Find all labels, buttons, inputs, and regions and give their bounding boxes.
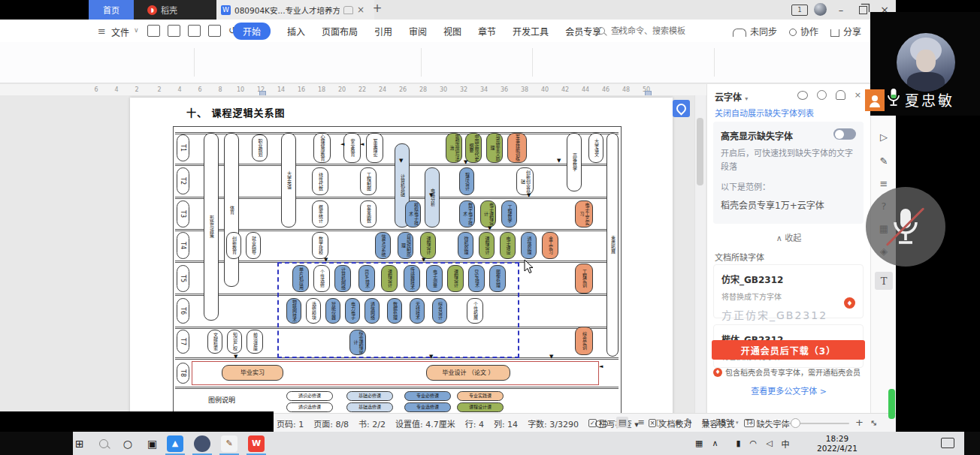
participant-name: 夏忠敏 bbox=[905, 89, 954, 110]
taskbar-app-icon[interactable]: W bbox=[248, 435, 265, 452]
bell-icon[interactable] bbox=[836, 90, 845, 100]
tray-icon[interactable]: ◠ bbox=[750, 438, 758, 448]
tray-icon[interactable]: ∧ bbox=[712, 438, 718, 448]
side-toolbar: ▷✎≡?▦◈T bbox=[870, 113, 897, 432]
status-item[interactable]: 列: 14 bbox=[494, 417, 518, 429]
panel-close-icon[interactable]: × bbox=[854, 90, 861, 100]
view-mode-icon[interactable]: ◫ bbox=[654, 417, 666, 428]
search-input[interactable] bbox=[609, 26, 718, 37]
status-item-label: 页面: 8/8 bbox=[313, 417, 349, 429]
menu-tab[interactable]: 开发工具 bbox=[513, 25, 549, 38]
status-item[interactable]: 书: 2/2 bbox=[358, 417, 386, 429]
side-tool-icon[interactable]: ▷ bbox=[875, 128, 893, 146]
app-glyph: ✎ bbox=[225, 438, 232, 448]
save-icon[interactable] bbox=[147, 25, 160, 37]
hamburger-icon[interactable]: ≡ bbox=[98, 26, 106, 37]
panel-title[interactable]: 云字体 ▾ bbox=[715, 90, 748, 103]
more-fonts-link[interactable]: 查看更多公文字体 > bbox=[707, 384, 870, 396]
share-button[interactable]: 分享 bbox=[830, 25, 861, 38]
zoom-level[interactable]: 75% bbox=[715, 417, 733, 427]
restore-button[interactable] bbox=[854, 2, 871, 17]
collapse-button[interactable]: ∧ 收起 bbox=[707, 231, 870, 243]
menu-tab[interactable]: 视图 bbox=[443, 25, 461, 38]
feedback-bubble-icon[interactable] bbox=[797, 91, 808, 100]
tray-icon[interactable]: 中 bbox=[782, 438, 790, 450]
print-preview-icon[interactable] bbox=[208, 25, 221, 37]
fullscreen-icon[interactable]: ↔ bbox=[868, 417, 880, 429]
tray-icon[interactable]: ▮ bbox=[736, 438, 740, 448]
ink-icon[interactable]: ✎ bbox=[685, 417, 692, 426]
status-item[interactable]: 字数: 3/3290 bbox=[528, 417, 579, 429]
account-avatar[interactable] bbox=[814, 3, 827, 16]
status-item[interactable]: 设置值: 4.7厘米 bbox=[395, 417, 455, 429]
taskbar-app-icon[interactable] bbox=[194, 435, 210, 452]
green-scroll-indicator[interactable] bbox=[888, 389, 895, 419]
menu-tab[interactable]: 审阅 bbox=[409, 25, 427, 38]
minimize-button[interactable]: – bbox=[833, 2, 849, 17]
status-item[interactable]: 页码: 1 bbox=[277, 417, 304, 429]
side-tool-icon[interactable]: T bbox=[875, 272, 893, 290]
flame-icon: ♦ bbox=[713, 368, 722, 377]
side-tool-icon[interactable]: ✎ bbox=[875, 152, 893, 170]
status-item[interactable]: 页面: 8/8 bbox=[313, 417, 349, 429]
document-scrollbar[interactable] bbox=[694, 95, 706, 413]
fit-page-icon[interactable]: ⊡ bbox=[702, 417, 709, 426]
ruler-number: 40 bbox=[541, 86, 549, 93]
highlight-toggle[interactable] bbox=[833, 128, 856, 140]
menu-tab[interactable]: 会员专享 bbox=[565, 25, 601, 38]
zoom-in-button[interactable]: + bbox=[855, 417, 864, 428]
notification-center-icon[interactable] bbox=[941, 438, 954, 448]
writer-doc-icon: W bbox=[221, 5, 231, 15]
tab-home[interactable]: 首页 bbox=[89, 0, 134, 20]
ruler-number: 32 bbox=[460, 86, 467, 93]
ruler-number: 6 bbox=[198, 86, 201, 93]
tray-icon[interactable]: ▦ bbox=[695, 438, 703, 448]
window-switch-icon[interactable]: 1 bbox=[791, 5, 808, 16]
command-search[interactable] bbox=[597, 23, 729, 38]
share-label: 分享 bbox=[843, 25, 861, 38]
start-button[interactable]: ⊞ bbox=[75, 438, 84, 450]
taskbar-app-icon[interactable]: ✎ bbox=[221, 435, 237, 452]
sync-status[interactable]: 未同步 bbox=[733, 25, 777, 38]
zoom-out-button[interactable]: – bbox=[749, 417, 754, 428]
gear-icon[interactable] bbox=[817, 90, 827, 100]
zoom-slider[interactable] bbox=[761, 423, 849, 424]
menu-tab[interactable]: 页面布局 bbox=[322, 25, 358, 38]
divider bbox=[194, 48, 195, 77]
file-menu[interactable]: 文件 bbox=[111, 26, 129, 38]
taskbar-clock[interactable]: 18:29 2022/4/21 bbox=[814, 434, 861, 453]
status-item[interactable]: 行: 4 bbox=[465, 417, 484, 429]
ruler-number: 20 bbox=[338, 86, 346, 93]
tab-close-icon[interactable]: × bbox=[357, 5, 364, 15]
connector-arrow: ▼ bbox=[429, 193, 433, 198]
taskbar-app-icon[interactable]: ▲ bbox=[167, 435, 183, 452]
download-after-join-button[interactable]: 开通会员后下载（3） bbox=[712, 340, 865, 360]
collaborate-button[interactable]: 协作 bbox=[789, 25, 818, 38]
disable-autoshow-link[interactable]: 关闭自动展示缺失字体列表 bbox=[715, 107, 814, 119]
view-mode-icon[interactable]: ≡ bbox=[635, 417, 646, 428]
tab-document[interactable]: W 080904K安...专业人才培养方案 × bbox=[216, 0, 374, 20]
zoom-slider-knob[interactable] bbox=[791, 418, 800, 428]
view-mode-icon[interactable]: ⊕ bbox=[673, 417, 684, 428]
tray-icon[interactable]: ◁ bbox=[766, 438, 772, 448]
eye-protect-icon[interactable] bbox=[595, 420, 608, 428]
taskbar-search-icon[interactable] bbox=[99, 439, 108, 448]
menu-tab[interactable]: 章节 bbox=[478, 25, 496, 38]
person-icon bbox=[872, 95, 878, 101]
menu-tab[interactable]: 开始 bbox=[233, 23, 271, 40]
locate-button[interactable] bbox=[673, 100, 690, 117]
cortana-icon[interactable]: ○ bbox=[123, 438, 132, 450]
mic-on-icon bbox=[887, 88, 900, 110]
export-icon[interactable] bbox=[168, 25, 180, 37]
document-page[interactable]: 十、 课程逻辑关系图 T1T2T3T4T5T6T7T8形势与政策体育大学英语计算… bbox=[130, 98, 673, 413]
missing-font-card[interactable]: 仿宋_GB2312 将替换成下方字体 方正仿宋_GB2312 ♦ bbox=[713, 264, 864, 318]
tab-docer[interactable]: ◗ 稻壳 bbox=[137, 0, 225, 20]
new-tab-button[interactable]: + bbox=[370, 2, 385, 15]
task-view-icon[interactable]: ▣ bbox=[147, 438, 157, 450]
print-icon[interactable] bbox=[188, 25, 201, 37]
menu-tab[interactable]: 引用 bbox=[374, 25, 392, 38]
view-mode-icon[interactable]: ▤ bbox=[616, 417, 628, 428]
menu-tab[interactable]: 插入 bbox=[287, 25, 305, 38]
horizontal-ruler[interactable]: 6422468101214161820222426283032343638404… bbox=[0, 84, 706, 96]
scrollbar-thumb[interactable] bbox=[697, 118, 703, 185]
